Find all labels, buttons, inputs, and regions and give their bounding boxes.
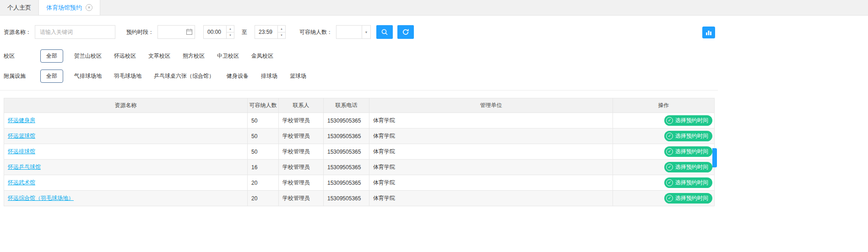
facility-option[interactable]: 排球场	[261, 72, 277, 80]
action-cell: ✓ 选择预约时间	[613, 191, 715, 206]
time-period-label: 预约时段：	[126, 28, 154, 36]
chevron-down-icon[interactable]: ▼	[362, 26, 370, 38]
resource-link[interactable]: 怀远篮球馆	[8, 133, 35, 139]
chevron-down-icon[interactable]: ▼	[278, 32, 285, 39]
action-cell: ✓ 选择预约时间	[613, 175, 715, 191]
campus-option[interactable]: 贺兰山校区	[74, 52, 102, 60]
unit-cell: 体育学院	[369, 160, 613, 175]
facility-option[interactable]: 气排球场地	[74, 72, 102, 80]
check-circle-icon: ✓	[666, 179, 673, 186]
resource-link[interactable]: 怀远乒乓球馆	[8, 164, 41, 170]
facility-option[interactable]: 乒乓球桌六张（综合馆）	[154, 72, 214, 80]
facility-option-all[interactable]: 全部	[40, 70, 63, 83]
capacity-select[interactable]: ▼	[336, 25, 371, 39]
calendar-icon[interactable]	[186, 28, 193, 35]
facility-label: 附属设施	[4, 72, 40, 80]
contact-cell: 学校管理员	[279, 113, 324, 129]
end-time-input[interactable]	[255, 26, 277, 38]
campus-option-all[interactable]: 全部	[40, 49, 63, 63]
campus-option[interactable]: 中卫校区	[217, 52, 239, 60]
chevron-down-icon[interactable]: ▼	[227, 32, 234, 39]
filter-bar: 资源名称： 预约时段： ▲ ▼ 至	[0, 16, 718, 46]
col-header-capacity: 可容纳人数	[248, 98, 279, 113]
resource-name-cell: 怀远综合馆（羽毛球场地）	[4, 191, 248, 206]
tab-venue-reservation-label: 体育场馆预约	[46, 4, 82, 12]
campus-filter-row: 校区 全部 贺兰山校区 怀远校区 文萃校区 朔方校区 中卫校区 金凤校区	[0, 46, 718, 66]
capacity-label: 可容纳人数：	[299, 28, 332, 36]
select-time-label: 选择预约时间	[675, 117, 708, 124]
campus-option[interactable]: 金凤校区	[251, 52, 273, 60]
col-header-action: 操作	[613, 98, 715, 113]
phone-cell: 15309505365	[324, 160, 369, 175]
tab-bar: 个人主页 体育场馆预约 ×	[0, 0, 868, 16]
action-cell: ✓ 选择预约时间	[613, 129, 715, 144]
start-time-input[interactable]	[204, 26, 226, 38]
side-panel-toggle[interactable]	[712, 148, 717, 167]
phone-cell: 15309505365	[324, 175, 369, 191]
resource-table: 资源名称 可容纳人数 联系人 联系电话 管理单位 操作 怀远健身房 50 学校管…	[4, 98, 715, 206]
campus-option[interactable]: 文萃校区	[148, 52, 170, 60]
resource-link[interactable]: 怀远武术馆	[8, 179, 35, 186]
resource-name-input[interactable]	[35, 25, 115, 39]
date-input[interactable]	[158, 29, 184, 35]
facility-option[interactable]: 羽毛球场地	[114, 72, 141, 80]
date-picker[interactable]	[157, 25, 195, 39]
check-circle-icon: ✓	[666, 117, 673, 124]
select-time-label: 选择预约时间	[675, 148, 708, 155]
contact-cell: 学校管理员	[279, 175, 324, 191]
end-time-stepper: ▲ ▼	[277, 26, 285, 38]
table-row: 怀远篮球馆 50 学校管理员 15309505365 体育学院 ✓ 选择预约时间	[4, 129, 715, 144]
resource-link[interactable]: 怀远健身房	[8, 117, 35, 123]
capacity-cell: 50	[248, 129, 279, 144]
close-icon[interactable]: ×	[86, 4, 92, 11]
unit-cell: 体育学院	[369, 144, 613, 160]
select-time-button[interactable]: ✓ 选择预约时间	[664, 162, 712, 172]
search-button[interactable]	[376, 25, 393, 39]
tab-personal-home-label: 个人主页	[7, 4, 31, 12]
phone-cell: 15309505365	[324, 144, 369, 160]
unit-cell: 体育学院	[369, 113, 613, 129]
facility-option[interactable]: 健身设备	[227, 72, 249, 80]
table-row: 怀远排球馆 50 学校管理员 15309505365 体育学院 ✓ 选择预约时间	[4, 144, 715, 160]
capacity-cell: 50	[248, 144, 279, 160]
tab-venue-reservation[interactable]: 体育场馆预约 ×	[39, 0, 100, 15]
tab-personal-home[interactable]: 个人主页	[0, 0, 39, 15]
campus-option[interactable]: 怀远校区	[114, 52, 136, 60]
resource-name-label: 资源名称：	[4, 28, 31, 36]
search-icon	[381, 28, 388, 36]
main-content: 资源名称： 预约时段： ▲ ▼ 至	[0, 16, 718, 206]
refresh-icon	[402, 28, 409, 36]
select-time-label: 选择预约时间	[675, 132, 708, 140]
action-cell: ✓ 选择预约时间	[613, 160, 715, 175]
start-time-spinner: ▲ ▼	[203, 25, 234, 39]
section-divider	[0, 90, 718, 91]
campus-option[interactable]: 朔方校区	[183, 52, 205, 60]
table-row: 怀远武术馆 20 学校管理员 15309505365 体育学院 ✓ 选择预约时间	[4, 175, 715, 191]
chevron-up-icon[interactable]: ▲	[278, 26, 285, 32]
col-header-contact: 联系人	[279, 98, 324, 113]
facility-option[interactable]: 篮球场	[290, 72, 306, 80]
table-row: 怀远乒乓球馆 16 学校管理员 15309505365 体育学院 ✓ 选择预约时…	[4, 160, 715, 175]
resource-name-cell: 怀远排球馆	[4, 144, 248, 160]
select-time-button[interactable]: ✓ 选择预约时间	[664, 131, 712, 141]
contact-cell: 学校管理员	[279, 160, 324, 175]
resource-link[interactable]: 怀远综合馆（羽毛球场地）	[8, 195, 74, 201]
chevron-up-icon[interactable]: ▲	[227, 26, 234, 32]
select-time-button[interactable]: ✓ 选择预约时间	[664, 146, 712, 157]
unit-cell: 体育学院	[369, 191, 613, 206]
check-circle-icon: ✓	[666, 195, 673, 202]
col-header-unit: 管理单位	[369, 98, 613, 113]
select-time-button[interactable]: ✓ 选择预约时间	[664, 115, 712, 126]
refresh-button[interactable]	[397, 25, 414, 39]
select-time-button[interactable]: ✓ 选择预约时间	[664, 193, 712, 204]
stats-button[interactable]	[702, 27, 715, 38]
check-circle-icon: ✓	[666, 133, 673, 139]
end-time-spinner: ▲ ▼	[255, 25, 286, 39]
resource-link[interactable]: 怀远排球馆	[8, 148, 35, 155]
select-time-button[interactable]: ✓ 选择预约时间	[664, 177, 712, 188]
unit-cell: 体育学院	[369, 129, 613, 144]
check-circle-icon: ✓	[666, 164, 673, 171]
contact-cell: 学校管理员	[279, 129, 324, 144]
check-circle-icon: ✓	[666, 148, 673, 155]
unit-cell: 体育学院	[369, 175, 613, 191]
